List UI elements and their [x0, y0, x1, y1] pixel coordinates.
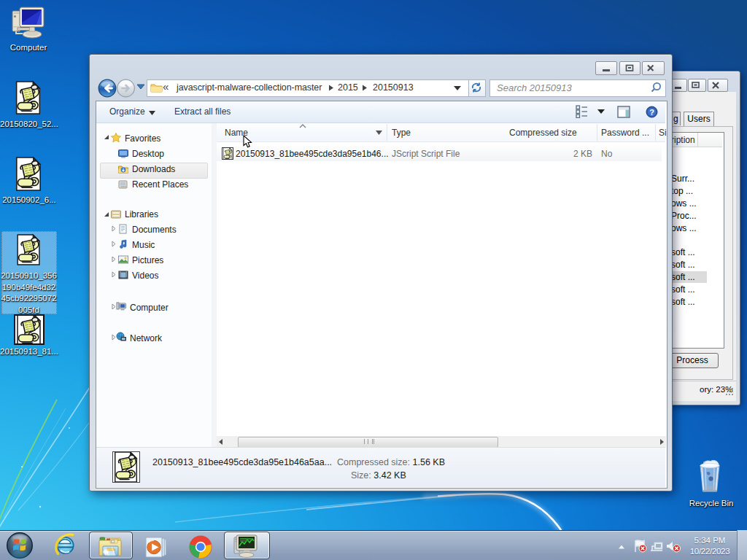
svg-text:?: ? [649, 108, 654, 117]
